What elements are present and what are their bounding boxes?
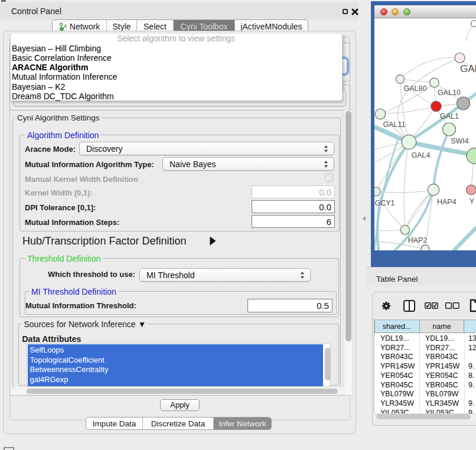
svg-text:HAP2: HAP2 [408,236,428,244]
svg-text:GAL1: GAL1 [440,112,459,120]
svg-text:GAL10: GAL10 [438,89,461,97]
svg-text:HAP4: HAP4 [437,198,457,206]
svg-text:GAL4: GAL4 [412,151,431,159]
svg-text:GAL11: GAL11 [383,120,406,129]
svg-text:GCY1: GCY1 [374,199,395,207]
svg-text:GAL2: GAL2 [460,63,476,74]
svg-text:Y: Y [470,197,475,206]
svg-text:SWI4: SWI4 [451,137,469,145]
svg-text:GAL80: GAL80 [404,84,427,93]
